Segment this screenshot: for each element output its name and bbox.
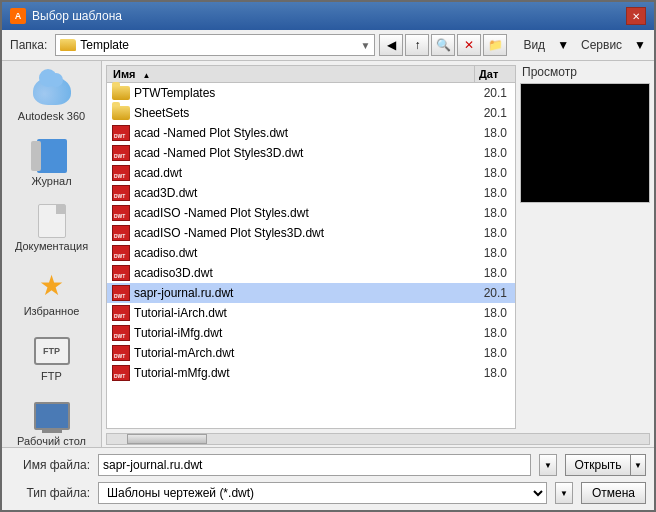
search-button[interactable]: 🔍 [431, 34, 455, 56]
dialog-title: Выбор шаблона [32, 9, 122, 23]
file-date: 18.0 [471, 246, 511, 260]
file-list[interactable]: Имя ▲ Дат PTWTemplates20.1SheetSets20.1D… [106, 65, 516, 429]
service-menu[interactable]: Сервис [577, 36, 626, 54]
sidebar-label-ftp: FTP [41, 370, 62, 382]
file-area: Имя ▲ Дат PTWTemplates20.1SheetSets20.1D… [102, 61, 654, 447]
file-name: Tutorial-iMfg.dwt [131, 326, 471, 340]
dwt-file-icon: DWT [111, 345, 131, 361]
horizontal-scrollbar[interactable] [106, 433, 650, 445]
bottom-bar: Имя файла: ▼ Открыть ▼ Тип файла: Шаблон… [2, 447, 654, 510]
file-name: Tutorial-iArch.dwt [131, 306, 471, 320]
file-name: acad.dwt [131, 166, 471, 180]
view-menu[interactable]: Вид [519, 36, 549, 54]
preview-label: Просмотр [520, 65, 650, 79]
file-name: PTWTemplates [131, 86, 471, 100]
file-date: 20.1 [471, 286, 511, 300]
filename-label: Имя файла: [10, 458, 90, 472]
dwt-file-icon: DWT [111, 165, 131, 181]
header-name[interactable]: Имя ▲ [107, 66, 475, 82]
file-row[interactable]: DWTacadiso3D.dwt18.0 [107, 263, 515, 283]
file-row[interactable]: DWTTutorial-mArch.dwt18.0 [107, 343, 515, 363]
file-date: 18.0 [471, 126, 511, 140]
open-arrow-button[interactable]: ▼ [630, 454, 646, 476]
file-row[interactable]: DWTacad -Named Plot Styles.dwt18.0 [107, 123, 515, 143]
up-button[interactable]: ↑ [405, 34, 429, 56]
file-row[interactable]: SheetSets20.1 [107, 103, 515, 123]
sidebar-label-docs: Документация [15, 240, 88, 252]
filename-input[interactable] [98, 454, 531, 476]
back-button[interactable]: ◀ [379, 34, 403, 56]
dwt-file-icon: DWT [111, 365, 131, 381]
dwt-file-icon: DWT [111, 245, 131, 261]
file-name: Tutorial-mMfg.dwt [131, 366, 471, 380]
cancel-button[interactable]: Отмена [581, 482, 646, 504]
preview-panel: Просмотр [520, 65, 650, 429]
sidebar-item-docs[interactable]: Документация [7, 199, 97, 256]
sidebar: Autodesk 360 Журнал Документация ★ Избра… [2, 61, 102, 447]
file-name: acadISO -Named Plot Styles.dwt [131, 206, 471, 220]
docs-icon [32, 203, 72, 238]
file-name: Tutorial-mArch.dwt [131, 346, 471, 360]
title-bar: A Выбор шаблона ✕ [2, 2, 654, 30]
path-arrow: ▼ [361, 40, 371, 51]
file-row[interactable]: DWTacadISO -Named Plot Styles.dwt18.0 [107, 203, 515, 223]
path-dropdown[interactable]: Template ▼ [55, 34, 375, 56]
sidebar-item-journal[interactable]: Журнал [7, 134, 97, 191]
file-date: 20.1 [471, 86, 511, 100]
filetype-row: Тип файла: Шаблоны чертежей (*.dwt) ▼ От… [10, 482, 646, 504]
title-bar-left: A Выбор шаблона [10, 8, 122, 24]
app-icon: A [10, 8, 26, 24]
file-row[interactable]: DWTacad -Named Plot Styles3D.dwt18.0 [107, 143, 515, 163]
filename-dropdown-btn[interactable]: ▼ [539, 454, 557, 476]
file-row[interactable]: DWTacad3D.dwt18.0 [107, 183, 515, 203]
file-name: acadiso.dwt [131, 246, 471, 260]
desktop-icon [32, 398, 72, 433]
file-row[interactable]: DWTTutorial-iMfg.dwt18.0 [107, 323, 515, 343]
file-row[interactable]: DWTTutorial-iArch.dwt18.0 [107, 303, 515, 323]
file-row[interactable]: PTWTemplates20.1 [107, 83, 515, 103]
file-row[interactable]: DWTacad.dwt18.0 [107, 163, 515, 183]
file-row[interactable]: DWTsapr-journal.ru.dwt20.1 [107, 283, 515, 303]
file-row[interactable]: DWTTutorial-mMfg.dwt18.0 [107, 363, 515, 383]
file-name: acadiso3D.dwt [131, 266, 471, 280]
file-date: 18.0 [471, 186, 511, 200]
file-date: 18.0 [471, 226, 511, 240]
open-button[interactable]: Открыть [565, 454, 630, 476]
delete-button[interactable]: ✕ [457, 34, 481, 56]
sidebar-item-ftp[interactable]: FTP FTP [7, 329, 97, 386]
scrollbar-thumb [127, 434, 207, 444]
dwt-file-icon: DWT [111, 265, 131, 281]
file-name: SheetSets [131, 106, 471, 120]
sidebar-item-desktop[interactable]: Рабочий стол [7, 394, 97, 447]
filetype-dropdown-btn[interactable]: ▼ [555, 482, 573, 504]
header-date[interactable]: Дат [475, 66, 515, 82]
new-folder-button[interactable]: 📁 [483, 34, 507, 56]
file-name: acad -Named Plot Styles3D.dwt [131, 146, 471, 160]
dwt-file-icon: DWT [111, 325, 131, 341]
filetype-label: Тип файла: [10, 486, 90, 500]
file-date: 18.0 [471, 206, 511, 220]
sidebar-label-favorites: Избранное [24, 305, 80, 317]
file-date: 18.0 [471, 166, 511, 180]
filetype-select[interactable]: Шаблоны чертежей (*.dwt) [98, 482, 547, 504]
sidebar-label-desktop: Рабочий стол [17, 435, 86, 447]
sidebar-item-autodesk360[interactable]: Autodesk 360 [7, 69, 97, 126]
file-name: acadISO -Named Plot Styles3D.dwt [131, 226, 471, 240]
file-name: acad -Named Plot Styles.dwt [131, 126, 471, 140]
file-date: 18.0 [471, 146, 511, 160]
file-name: acad3D.dwt [131, 186, 471, 200]
ftp-icon: FTP [32, 333, 72, 368]
dwt-file-icon: DWT [111, 185, 131, 201]
toolbar: Папка: Template ▼ ◀ ↑ 🔍 ✕ 📁 Вид ▼ Сервис… [2, 30, 654, 61]
file-row[interactable]: DWTacadISO -Named Plot Styles3D.dwt18.0 [107, 223, 515, 243]
folder-label: Папка: [10, 38, 47, 52]
file-rows-container: PTWTemplates20.1SheetSets20.1DWTacad -Na… [107, 83, 515, 383]
title-controls: ✕ [626, 7, 646, 25]
sidebar-item-favorites[interactable]: ★ Избранное [7, 264, 97, 321]
file-list-header: Имя ▲ Дат [107, 66, 515, 83]
folder-icon [111, 85, 131, 101]
file-row[interactable]: DWTacadiso.dwt18.0 [107, 243, 515, 263]
dwt-file-icon: DWT [111, 125, 131, 141]
file-date: 18.0 [471, 266, 511, 280]
close-button[interactable]: ✕ [626, 7, 646, 25]
